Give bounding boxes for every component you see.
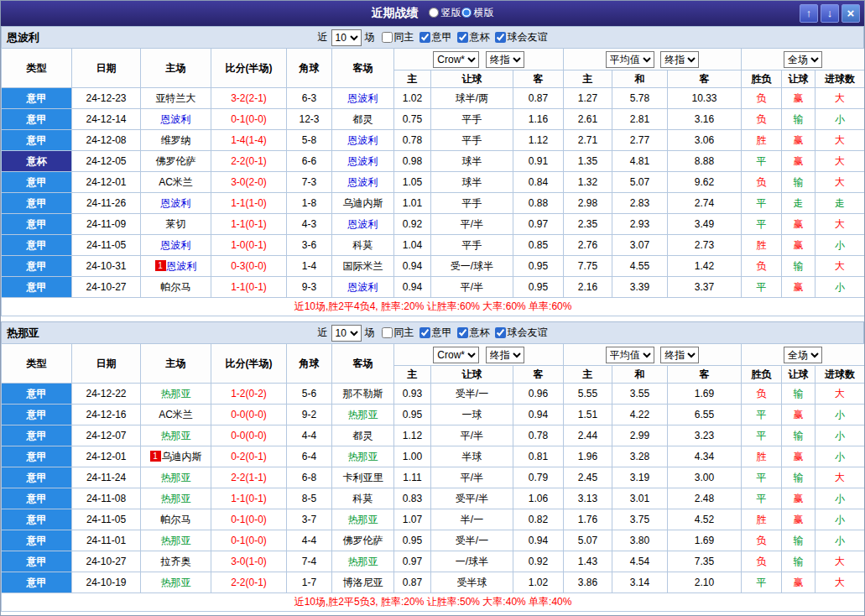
col-header-home: 主场	[141, 49, 211, 88]
away-team-cell: 乌迪内斯	[332, 193, 394, 214]
move-up-button[interactable]: ↑	[800, 4, 818, 23]
odds-home: 1.01	[394, 193, 431, 214]
match-row: 意甲24-11-24热那亚2-2(1-1)6-8卡利亚里1.11平/半0.792…	[2, 467, 865, 488]
filter-checkbox-input[interactable]	[457, 32, 468, 43]
close-button[interactable]: ×	[842, 4, 860, 23]
filter-checkbox-input[interactable]	[419, 327, 430, 338]
home-team-name: 拉齐奥	[161, 556, 191, 567]
avg-home: 1.96	[564, 446, 612, 467]
away-team-cell: 热那亚	[332, 405, 394, 425]
layout-radio-horizontal[interactable]: 横版	[461, 6, 494, 20]
filter-checkbox-input[interactable]	[382, 32, 393, 43]
league-badge: 意甲	[2, 214, 72, 235]
league-badge: 意甲	[2, 235, 72, 256]
odds-handicap: 球半	[431, 151, 513, 172]
match-row: 意杯24-12-05佛罗伦萨2-2(0-1)6-6恩波利0.98球半0.911.…	[2, 151, 865, 172]
filter-checkbox-4[interactable]: 球会友谊	[495, 326, 548, 340]
avg-draw: 5.07	[612, 172, 668, 193]
col-header-result-outcome: 胜负	[742, 366, 782, 384]
filter-checkbox-1[interactable]: 同主	[382, 30, 414, 44]
results-table: 类型 日期 主场 比分(半场) 角球 客场 Crow* 终指 平均值 终指	[1, 48, 865, 316]
odds-home: 1.04	[394, 235, 431, 256]
result-goals: 小	[815, 488, 865, 509]
scope-select[interactable]: 全场	[784, 51, 822, 68]
filter-checkbox-input[interactable]	[495, 32, 506, 43]
average-time-select[interactable]: 终指	[660, 347, 699, 363]
home-team-name: 热那亚	[161, 493, 191, 504]
move-down-button[interactable]: ↓	[821, 4, 839, 23]
filter-checkbox-1[interactable]: 同主	[382, 326, 414, 340]
corners-cell: 8-5	[287, 488, 332, 509]
home-team-name: 帕尔马	[161, 281, 191, 293]
match-row: 意甲24-12-22热那亚1-2(0-2)5-6那不勒斯0.93受半/一0.96…	[2, 384, 865, 405]
corners-cell: 1-4	[287, 256, 332, 277]
titlebar-buttons: ↑ ↓ ×	[800, 4, 860, 23]
result-handicap: 赢	[782, 235, 815, 256]
layout-radio-input[interactable]	[461, 8, 472, 18]
odds-company-select[interactable]: Crow*	[433, 347, 479, 363]
col-header-score: 比分(半场)	[211, 344, 287, 384]
odds-time-select[interactable]: 终指	[486, 347, 524, 363]
match-date: 24-10-19	[72, 572, 141, 593]
match-row: 意甲24-11-05帕尔马0-1(0-0)3-7热那亚1.07半/一0.821.…	[2, 509, 865, 530]
result-goals: 大	[815, 467, 865, 488]
corners-cell: 3-7	[287, 509, 332, 530]
avg-home: 2.35	[564, 214, 612, 235]
filter-checkbox-input[interactable]	[495, 327, 506, 338]
home-team-name: 恩波利	[161, 239, 191, 251]
filter-checkbox-input[interactable]	[457, 327, 468, 338]
result-outcome: 胜	[742, 509, 782, 530]
odds-handicap: 半球	[431, 446, 513, 467]
league-badge: 意甲	[2, 446, 72, 467]
avg-home: 1.35	[564, 151, 612, 172]
average-select[interactable]: 平均值	[606, 347, 654, 363]
odds-handicap: 受平/半	[431, 488, 513, 509]
home-team-cell: 恩波利	[141, 235, 211, 256]
avg-away: 2.74	[668, 193, 742, 214]
avg-away: 3.06	[668, 130, 742, 151]
filter-checkbox-3[interactable]: 意杯	[457, 326, 490, 340]
average-select[interactable]: 平均值	[606, 51, 654, 68]
odds-away: 0.84	[513, 172, 564, 193]
filter-checkbox-2[interactable]: 意甲	[419, 326, 452, 340]
avg-draw: 3.80	[612, 530, 668, 551]
col-header-result-goals: 进球数	[815, 70, 865, 88]
up-arrow-icon: ↑	[806, 7, 812, 19]
filter-checkbox-2[interactable]: 意甲	[419, 30, 452, 44]
col-header-away: 客场	[332, 344, 394, 384]
team-section: 热那亚 近 10 场 同主意甲意杯球会友谊 类型 日期 主场 比分(半场)	[1, 321, 864, 612]
away-team-cell: 都灵	[332, 109, 394, 130]
filter-checkbox-4[interactable]: 球会友谊	[495, 30, 548, 44]
home-team-cell: 恩波利	[141, 193, 211, 214]
result-scope-group: 全场	[742, 344, 865, 366]
avg-draw: 2.77	[612, 130, 668, 151]
odds-handicap: 平手	[431, 193, 513, 214]
home-team-name: 莱切	[166, 218, 186, 230]
layout-radio-vertical[interactable]: 竖版	[429, 6, 461, 20]
away-team-cell: 恩波利	[332, 172, 394, 193]
avg-draw: 3.01	[612, 488, 668, 509]
league-badge: 意甲	[2, 172, 72, 193]
match-count-select[interactable]: 10	[331, 29, 362, 46]
away-team-cell: 博洛尼亚	[332, 572, 394, 593]
odds-time-select[interactable]: 终指	[486, 51, 524, 68]
filter-checkbox-input[interactable]	[419, 32, 430, 43]
avg-home: 3.86	[564, 572, 612, 593]
result-scope-group: 全场	[742, 49, 865, 70]
filter-checkbox-3[interactable]: 意杯	[457, 30, 490, 44]
scope-select[interactable]: 全场	[784, 347, 822, 363]
layout-radio-input[interactable]	[429, 8, 439, 18]
odds-company-select[interactable]: Crow*	[433, 51, 479, 68]
col-header-corners: 角球	[287, 49, 332, 88]
home-team-name: 亚特兰大	[156, 92, 196, 104]
odds-away: 0.91	[513, 151, 564, 172]
score-cell: 2-2(1-1)	[211, 467, 287, 488]
odds-home: 1.05	[394, 172, 431, 193]
average-time-select[interactable]: 终指	[660, 51, 699, 68]
result-goals: 大	[815, 151, 865, 172]
avg-home: 1.27	[564, 88, 612, 109]
score-cell: 0-0(0-0)	[211, 405, 287, 425]
match-count-select[interactable]: 10	[331, 325, 362, 342]
filter-checkbox-input[interactable]	[382, 327, 393, 338]
odds-away: 0.95	[513, 256, 564, 277]
